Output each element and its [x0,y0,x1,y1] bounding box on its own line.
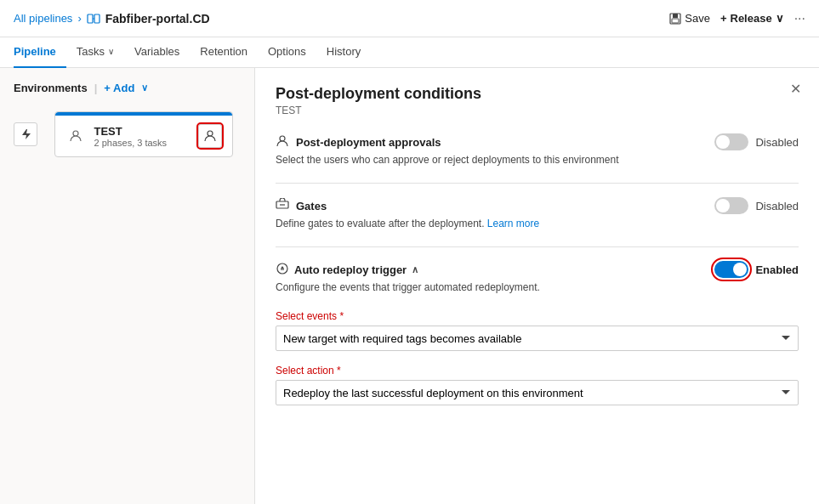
header: All pipelines › Fabfiber-portal.CD Save … [0,0,819,37]
tab-pipeline-label: Pipeline [14,45,56,58]
auto-redeploy-section-header: Auto redeploy trigger ∧ Enabled [276,261,799,278]
svg-point-7 [208,131,213,136]
close-button[interactable]: ✕ [785,78,805,99]
stage-person-icon [65,126,86,146]
stage-name: TEST [94,125,190,138]
svg-rect-1 [94,14,100,23]
main: Environments | + Add ∨ TEST 2 phases, 3 [0,68,819,504]
post-deployment-conditions-button[interactable] [198,124,222,148]
environments-header: Environments | + Add ∨ [14,82,241,94]
approvals-icon [276,134,289,150]
gates-section: Gates Disabled Define gates to evaluate … [276,197,799,229]
panel-title: Post-deployment conditions [276,85,799,103]
pipeline-title: Fabfiber-portal.CD [105,12,210,25]
tab-retention-label: Retention [200,45,247,58]
svg-rect-4 [673,14,678,18]
tab-options[interactable]: Options [258,37,316,68]
approvals-section-header: Post-deployment approvals Disabled [276,133,799,150]
left-panel: Environments | + Add ∨ TEST 2 phases, 3 [0,68,255,504]
add-button[interactable]: + Add [104,82,134,94]
approvals-toggle-label: Disabled [755,136,799,149]
tab-variables-label: Variables [134,45,179,58]
auto-redeploy-description: Configure the events that trigger automa… [276,281,799,293]
gates-desc-text: Define gates to evaluate after the deplo… [276,218,485,229]
approvals-toggle-group: Disabled [714,133,799,150]
select-events-required: * [339,310,344,322]
header-divider: | [94,82,98,94]
tab-pipeline[interactable]: Pipeline [14,37,66,68]
select-events-label: Select events * [276,310,799,322]
nav-tabs: Pipeline Tasks ∨ Variables Retention Opt… [0,37,819,68]
tab-tasks-label: Tasks [77,45,105,58]
approvals-title: Post-deployment approvals [276,134,441,150]
tab-retention[interactable]: Retention [190,37,258,68]
auto-redeploy-toggle-label: Enabled [755,263,799,276]
stage-card-body: TEST 2 phases, 3 tasks [55,116,232,156]
tasks-chevron-icon: ∨ [108,47,114,56]
separator-1 [276,183,799,184]
approvals-toggle[interactable] [714,133,748,150]
select-events-dropdown[interactable]: New target with required tags becomes av… [276,326,799,351]
select-events-section: Select events * New target with required… [276,310,799,351]
stage-card: TEST 2 phases, 3 tasks [54,111,233,157]
add-chevron-icon: ∨ [141,82,148,93]
select-events-label-text: Select events [276,310,337,322]
breadcrumb: All pipelines › Fabfiber-portal.CD [14,12,669,25]
panel-subtitle: TEST [276,105,799,116]
environments-label: Environments [14,82,88,94]
tab-variables[interactable]: Variables [124,37,190,68]
auto-redeploy-chevron-icon[interactable]: ∧ [412,264,418,275]
right-panel: ✕ Post-deployment conditions TEST Post-d… [255,68,819,504]
auto-redeploy-toggle-group: Enabled [714,261,799,278]
select-action-dropdown[interactable]: Redeploy the last successful deployment … [276,380,799,405]
tab-options-label: Options [268,45,306,58]
gates-section-header: Gates Disabled [276,197,799,214]
tab-history[interactable]: History [316,37,371,68]
breadcrumb-sep: › [77,12,81,25]
tab-history-label: History [327,45,361,58]
separator-2 [276,246,799,247]
auto-redeploy-section: Auto redeploy trigger ∧ Enabled Configur… [276,261,799,293]
select-action-label-text: Select action [276,365,334,377]
save-label: Save [685,12,710,25]
gates-toggle[interactable] [714,197,748,214]
save-button[interactable]: Save [669,12,710,25]
svg-rect-5 [672,19,679,23]
header-actions: Save + Release ∨ ··· [669,11,805,26]
release-button[interactable]: + Release ∨ [720,12,784,25]
approvals-label: Post-deployment approvals [296,136,441,149]
select-action-section: Select action * Redeploy the last succes… [276,365,799,405]
gates-label: Gates [296,200,327,212]
approvals-description: Select the users who can approve or reje… [276,154,799,166]
all-pipelines-link[interactable]: All pipelines [14,12,72,25]
gates-description: Define gates to evaluate after the deplo… [276,218,799,229]
gates-icon [276,198,289,214]
stage-meta: 2 phases, 3 tasks [94,138,190,148]
gates-learn-more-link[interactable]: Learn more [487,218,539,229]
auto-redeploy-toggle[interactable] [714,261,748,278]
tab-tasks[interactable]: Tasks ∨ [66,37,124,68]
svg-point-6 [73,131,78,136]
auto-redeploy-label: Auto redeploy trigger [294,263,407,276]
plus-icon: + [720,12,727,25]
gates-toggle-label: Disabled [755,200,799,212]
approvals-section: Post-deployment approvals Disabled Selec… [276,133,799,166]
stage-info: TEST 2 phases, 3 tasks [94,125,190,148]
auto-redeploy-title: Auto redeploy trigger ∧ [276,262,418,278]
select-action-label: Select action * [276,365,799,377]
select-action-required: * [337,365,341,377]
release-label: Release [731,12,772,25]
gates-title: Gates [276,198,327,214]
trigger-icon-btn [14,122,37,146]
svg-rect-0 [88,14,93,23]
more-button[interactable]: ··· [794,11,805,26]
svg-point-8 [280,136,285,141]
gates-toggle-group: Disabled [714,197,799,214]
chevron-down-icon: ∨ [776,12,784,25]
auto-redeploy-icon [276,262,289,278]
pipeline-icon [87,12,100,25]
